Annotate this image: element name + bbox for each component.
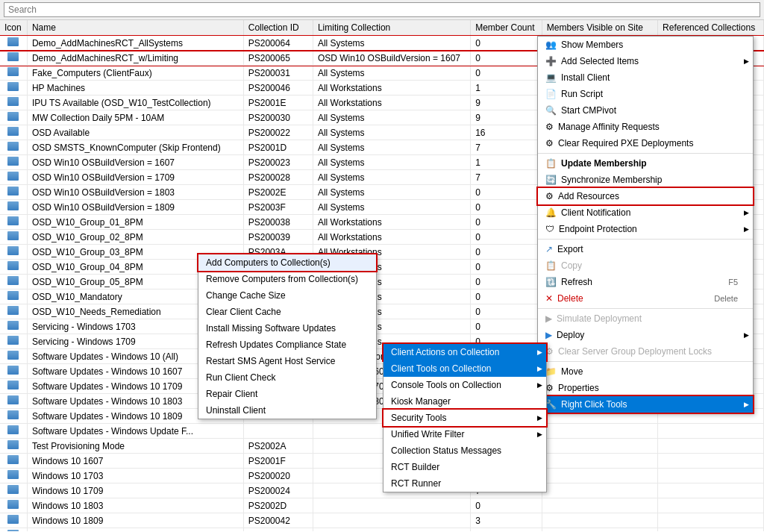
row-member-count: 16	[471, 125, 542, 140]
collection-icon	[7, 470, 19, 479]
menu-client-tools[interactable]: Client Tools on Collection	[383, 360, 546, 377]
row-referenced-collections	[658, 424, 764, 439]
menu-add-selected[interactable]: ➕ Add Selected Items	[538, 53, 753, 69]
row-collection-id: PS2001E	[243, 96, 313, 110]
menu-restart-sms[interactable]: Restart SMS Agent Host Service	[198, 353, 376, 369]
menu-update-membership[interactable]: 📋 Update Membership	[538, 155, 753, 172]
col-header-rc[interactable]: Referenced Collections	[658, 20, 764, 36]
menu-unified-write[interactable]: Unified Write Filter	[383, 426, 546, 442]
row-name: Windows 10 1809	[27, 513, 243, 528]
menu-refresh[interactable]: 🔃 Refresh F5	[538, 274, 753, 290]
refresh-shortcut: F5	[728, 278, 738, 287]
run-script-icon: 📄	[545, 89, 557, 99]
menu-show-members[interactable]: 👥 Show Members	[538, 37, 753, 53]
menu-properties[interactable]: ⚙ Properties	[538, 380, 753, 396]
table-row[interactable]: Software Updates - Windows Update F...	[0, 424, 764, 439]
table-row[interactable]: Windows 10 1607PS2001F4	[0, 454, 764, 469]
row-icon-cell	[0, 528, 27, 532]
menu-move[interactable]: 📁 Move	[538, 363, 753, 380]
menu-refresh-updates[interactable]: Refresh Updates Compliance State	[198, 337, 376, 353]
row-icon-cell	[0, 513, 27, 528]
col-header-mc[interactable]: Member Count	[471, 20, 542, 36]
col-header-icon[interactable]: Icon	[0, 20, 27, 36]
table-row[interactable]: Windows 10 1709PS2000247	[0, 484, 764, 498]
row-member-count: 9	[471, 528, 542, 532]
menu-manage-affinity[interactable]: ⚙ Manage Affinity Requests	[538, 119, 753, 135]
collection-icon	[7, 485, 19, 494]
menu-deploy[interactable]: ▶ Deploy	[538, 327, 753, 343]
menu-client-notification[interactable]: 🔔 Client Notification	[538, 204, 753, 221]
menu-start-cmpivot[interactable]: 🔍 Start CMPivot	[538, 102, 753, 119]
row-limiting-collection: All Workstations	[313, 81, 470, 96]
row-name: OSD SMSTS_KnownComputer (Skip Frontend)	[27, 140, 243, 155]
row-icon-cell	[0, 260, 27, 275]
menu-copy[interactable]: 📋 Copy	[538, 257, 753, 274]
menu-add-computers[interactable]: Add Computers to Collection(s)	[198, 254, 376, 271]
row-collection-id: PS200038	[243, 215, 313, 230]
row-icon-cell	[0, 245, 27, 260]
table-row[interactable]: Windows 10 1809PS2000423	[0, 513, 764, 528]
menu-run-client-check[interactable]: Run Client Check	[198, 369, 376, 386]
menu-add-resources[interactable]: ⚙ Add Resources	[538, 188, 753, 204]
table-row[interactable]: Windows 10 1809 Early AdoptersPS2000449	[0, 528, 764, 532]
menu-clear-pxe[interactable]: ⚙ Clear Required PXE Deployments	[538, 135, 753, 151]
row-referenced-collections	[658, 439, 764, 454]
row-members-visible	[542, 439, 657, 454]
row-name: Windows 10 1607	[27, 454, 243, 469]
menu-change-cache[interactable]: Change Cache Size	[198, 287, 376, 304]
menu-kiosk-manager[interactable]: Kiosk Manager	[383, 393, 546, 410]
row-icon-cell	[0, 319, 27, 334]
row-limiting-collection: All Systems	[313, 200, 470, 215]
menu-security-tools[interactable]: Security Tools	[383, 410, 546, 426]
row-collection-id: PS200042	[243, 513, 313, 528]
col-header-cid[interactable]: Collection ID	[243, 20, 313, 36]
menu-sync-membership[interactable]: 🔄 Synchronize Membership	[538, 172, 753, 188]
menu-endpoint-protection[interactable]: 🛡 Endpoint Protection	[538, 221, 753, 237]
row-name: Windows 10 1709	[27, 484, 243, 498]
menu-clear-client-cache[interactable]: Clear Client Cache	[198, 304, 376, 320]
row-member-count: 0	[471, 260, 542, 275]
col-header-mvs[interactable]: Members Visible on Site	[542, 20, 657, 36]
table-row[interactable]: Windows 10 1703PS2000200	[0, 469, 764, 484]
client-actions-label: Client Actions on Collection	[391, 347, 499, 357]
menu-client-actions-header[interactable]: Client Actions on Collection	[383, 344, 546, 360]
row-icon-cell	[0, 424, 27, 439]
collection-icon	[7, 157, 19, 166]
pxe-icon: ⚙	[545, 138, 554, 148]
menu-run-script[interactable]: 📄 Run Script	[538, 86, 753, 102]
row-referenced-collections	[658, 513, 764, 528]
col-header-lc[interactable]: Limiting Collection	[313, 20, 470, 36]
table-row[interactable]: Windows 10 1803PS2002D0	[0, 498, 764, 513]
search-input[interactable]	[4, 2, 760, 17]
menu-delete[interactable]: ✕ Delete Delete	[538, 290, 753, 307]
menu-repair-client[interactable]: Repair Client	[198, 386, 376, 402]
collection-icon	[7, 291, 19, 300]
menu-remove-computers[interactable]: Remove Computers from Collection(s)	[198, 271, 376, 287]
menu-install-missing-updates[interactable]: Install Missing Software Updates	[198, 320, 376, 337]
menu-export[interactable]: ↗ Export	[538, 241, 753, 257]
collection-icon	[7, 366, 19, 375]
row-limiting-collection: All Systems	[313, 155, 470, 170]
row-collection-id: PS2002A	[243, 439, 313, 454]
row-icon-cell	[0, 394, 27, 409]
menu-rct-runner[interactable]: RCT Runner	[383, 475, 546, 492]
menu-rct-builder[interactable]: RCT Builder	[383, 459, 546, 475]
collection-icon	[7, 455, 19, 464]
menu-uninstall-client[interactable]: Uninstall Client	[198, 402, 376, 419]
add-computers-menu: Add Computers to Collection(s) Remove Co…	[198, 254, 377, 419]
menu-console-tools[interactable]: Console Tools on Collection	[383, 377, 546, 393]
menu-install-client[interactable]: 💻 Install Client	[538, 69, 753, 86]
client-notification-icon: 🔔	[545, 207, 557, 218]
row-members-visible	[542, 454, 657, 469]
menu-right-click-tools[interactable]: 🔧 Right Click Tools	[538, 396, 753, 413]
menu-clear-server[interactable]: ⚙ Clear Server Group Deployment Locks	[538, 343, 753, 360]
menu-collection-status[interactable]: Collection Status Messages	[383, 442, 546, 459]
table-row[interactable]: Test Provisioning ModePS2002A1	[0, 439, 764, 454]
collection-icon	[7, 172, 19, 181]
row-name: HP Machines	[27, 81, 243, 96]
row-member-count: 0	[471, 498, 542, 513]
col-header-name[interactable]: Name	[27, 20, 243, 36]
row-limiting-collection: All Workstations	[313, 230, 470, 245]
menu-simulate[interactable]: ▶ Simulate Deployment	[538, 310, 753, 327]
row-limiting-collection	[313, 513, 470, 528]
